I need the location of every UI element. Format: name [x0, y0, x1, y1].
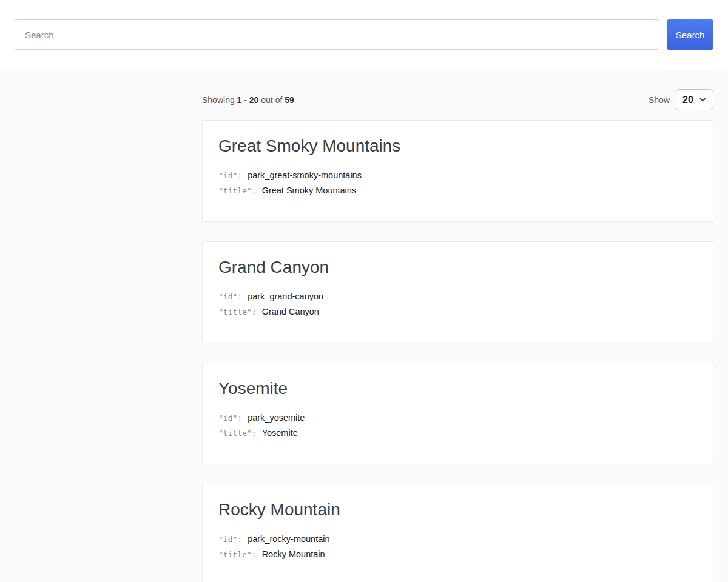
results-per-page-label: Show	[649, 95, 670, 105]
field-value: Great Smoky Mountains	[262, 186, 357, 195]
field-value: park_yosemite	[248, 413, 305, 423]
field-value: Grand Canyon	[262, 307, 319, 316]
field-key: "id":	[218, 292, 242, 301]
result-title: Grand Canyon	[218, 256, 698, 278]
search-header: Search	[0, 0, 728, 69]
field-key: "title":	[218, 307, 257, 316]
field-value: park_rocky-mountain	[248, 534, 329, 544]
result-field-row: "id":park_rocky-mountain	[218, 532, 698, 547]
result-title: Yosemite	[218, 378, 698, 400]
field-value: park_great-smoky-mountains	[248, 170, 362, 180]
result-field-row: "title":Grand Canyon	[218, 304, 698, 319]
result-field-row: "title":Great Smoky Mountains	[218, 183, 698, 198]
result-card: Yosemite "id":park_yosemite "title":Yose…	[202, 363, 713, 464]
paging-info: Showing 1 - 20 out of 59	[202, 95, 294, 105]
paging-total: 59	[285, 95, 294, 105]
field-key: "id":	[218, 535, 242, 544]
results-per-page-select[interactable]: 20	[676, 89, 713, 110]
result-card: Rocky Mountain "id":park_rocky-mountain …	[202, 484, 713, 582]
paging-range: 1 - 20	[237, 95, 259, 105]
result-field-row: "id":park_yosemite	[218, 410, 698, 426]
results-per-page: Show 20	[649, 89, 713, 110]
paging-showing-label: Showing	[202, 95, 235, 105]
result-field-row: "title":Rocky Mountain	[218, 547, 698, 562]
result-title: Great Smoky Mountains	[218, 135, 698, 157]
search-submit-button[interactable]: Search	[667, 19, 713, 50]
results-list: Great Smoky Mountains "id":park_great-sm…	[202, 120, 713, 582]
field-key: "title":	[218, 550, 257, 559]
result-card: Great Smoky Mountains "id":park_great-sm…	[202, 120, 713, 222]
field-key: "id":	[218, 413, 242, 423]
results-per-page-value: 20	[682, 95, 693, 105]
results-meta-row: Showing 1 - 20 out of 59 Show 20	[202, 89, 713, 110]
chevron-down-icon	[699, 96, 707, 104]
result-field-row: "title":Yosemite	[218, 426, 698, 441]
result-card: Grand Canyon "id":park_grand-canyon "tit…	[202, 241, 713, 343]
paging-out-of-label: out of	[261, 95, 282, 105]
field-key: "title":	[218, 186, 257, 195]
result-field-row: "id":park_grand-canyon	[218, 289, 698, 304]
search-input[interactable]	[15, 19, 659, 50]
results-area: Showing 1 - 20 out of 59 Show 20 Great S…	[202, 89, 713, 582]
field-value: Yosemite	[262, 428, 298, 438]
result-field-row: "id":park_great-smoky-mountains	[218, 168, 698, 183]
field-value: Rocky Mountain	[262, 549, 325, 559]
field-key: "id":	[218, 171, 242, 180]
result-title: Rocky Mountain	[218, 499, 698, 521]
field-key: "title":	[218, 429, 257, 438]
field-value: park_grand-canyon	[248, 292, 323, 301]
